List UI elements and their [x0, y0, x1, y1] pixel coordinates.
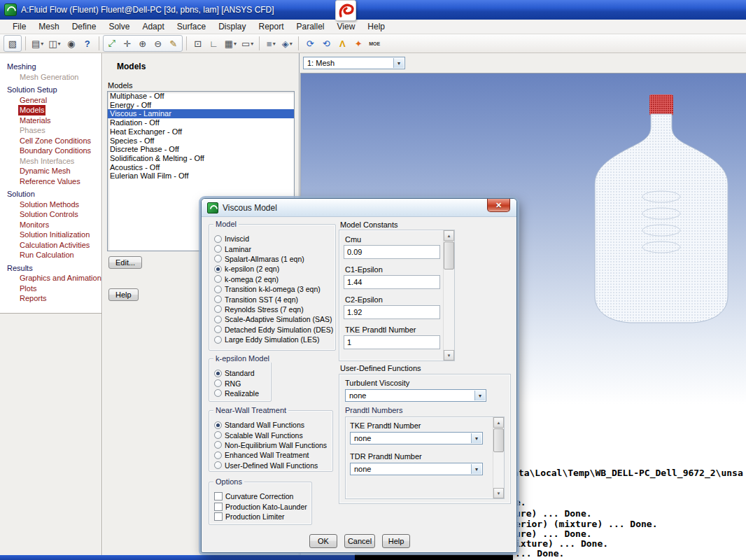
radio-user-defined-wall-functions[interactable]: User-Defined Wall Functions: [209, 461, 332, 470]
sidebar-item-models[interactable]: Models: [18, 105, 45, 115]
list-item-multiphase[interactable]: Multiphase - Off: [108, 92, 294, 101]
surface-display-button[interactable]: ■: [263, 36, 279, 51]
menu-display[interactable]: Display: [213, 20, 251, 33]
sidebar-item-solution-methods[interactable]: Solution Methods: [18, 200, 80, 210]
list-item-species[interactable]: Species - Off: [108, 136, 294, 146]
tke-prandtl-input[interactable]: [344, 335, 440, 349]
checkbox-curvature-correction[interactable]: Curvature Correction: [209, 491, 311, 501]
zoom-out-button[interactable]: ⊖: [150, 36, 166, 51]
dialog-help-button[interactable]: Help: [382, 534, 410, 548]
viewport-button[interactable]: ▭: [239, 36, 255, 51]
zoom-window-button[interactable]: ⊡: [190, 36, 206, 51]
list-item-acoustics[interactable]: Acoustics - Off: [108, 163, 294, 172]
tke-prandtl-number-dropdown[interactable]: none: [350, 432, 483, 444]
radio-realizable[interactable]: Realizable: [209, 388, 271, 398]
scroll-up-icon[interactable]: [493, 417, 504, 428]
list-item-solidification[interactable]: Solidification & Melting - Off: [108, 154, 294, 163]
c2-epsilon-input[interactable]: [344, 305, 440, 319]
prandtl-scrollbar[interactable]: [493, 417, 504, 498]
list-item-discrete-phase[interactable]: Discrete Phase - Off: [108, 145, 294, 154]
radio-detached-eddy[interactable]: Detached Eddy Simulation (DES): [209, 325, 335, 335]
sidebar-item-mesh-interfaces[interactable]: Mesh Interfaces: [18, 156, 76, 167]
radio-non-equilibrium-wall-functions[interactable]: Non-Equilibrium Wall Functions: [209, 440, 332, 450]
scroll-down-icon[interactable]: [444, 350, 454, 360]
units-button[interactable]: MOE: [367, 36, 382, 51]
sidebar-item-run-calculation[interactable]: Run Calculation: [18, 250, 76, 260]
sync-button[interactable]: ⟳: [302, 36, 318, 51]
sidebar-item-solution-controls[interactable]: Solution Controls: [18, 209, 80, 220]
radio-transition-sst[interactable]: Transition SST (4 eqn): [209, 294, 335, 304]
menu-file[interactable]: File: [7, 20, 31, 33]
menu-surface[interactable]: Surface: [171, 20, 211, 33]
zoom-in-button[interactable]: ⊕: [135, 36, 150, 51]
radio-scale-adaptive[interactable]: Scale-Adaptive Simulation (SAS): [209, 314, 335, 324]
sidebar-item-materials[interactable]: Materials: [18, 115, 52, 126]
sidebar-item-monitors[interactable]: Monitors: [18, 220, 50, 230]
sidebar-item-cell-zone-conditions[interactable]: Cell Zone Conditions: [18, 136, 92, 146]
scroll-thumb[interactable]: [444, 241, 454, 270]
scroll-up-icon[interactable]: [444, 230, 454, 241]
ansys-button[interactable]: Λ: [335, 36, 350, 51]
radio-enhanced-wall-treatment[interactable]: Enhanced Wall Treatment: [209, 450, 332, 460]
cancel-button[interactable]: Cancel: [344, 534, 375, 548]
radio-k-omega[interactable]: k-omega (2 eqn): [209, 274, 335, 284]
ok-button[interactable]: OK: [309, 534, 337, 548]
sidebar-item-phases[interactable]: Phases: [18, 125, 47, 136]
menu-view[interactable]: View: [332, 20, 361, 33]
sidebar-item-general[interactable]: General: [18, 95, 48, 106]
list-item-viscous[interactable]: Viscous - Laminar: [108, 109, 294, 118]
tdr-prandtl-number-dropdown[interactable]: none: [350, 463, 483, 475]
probe-button[interactable]: ✎: [166, 36, 181, 51]
list-item-eulerian-wall-film[interactable]: Eulerian Wall Film - Off: [108, 172, 294, 181]
dialog-titlebar[interactable]: Viscous Model ✕: [202, 199, 516, 217]
sidebar-item-calculation-activities[interactable]: Calculation Activities: [18, 240, 91, 251]
radio-transition-k-kl-omega[interactable]: Transition k-kl-omega (3 eqn): [209, 284, 335, 294]
snapshot-button[interactable]: ◉: [64, 36, 79, 51]
radio-k-epsilon[interactable]: k-epsilon (2 eqn): [209, 264, 335, 274]
edit-button[interactable]: Edit...: [108, 256, 142, 269]
selection-frame-button[interactable]: ▧: [5, 36, 20, 51]
scroll-down-icon[interactable]: [493, 488, 504, 498]
sidebar-item-plots[interactable]: Plots: [18, 284, 38, 294]
menu-help[interactable]: Help: [362, 20, 390, 33]
scroll-thumb[interactable]: [493, 428, 504, 452]
radio-large-eddy[interactable]: Large Eddy Simulation (LES): [209, 335, 335, 344]
spark-button[interactable]: ✦: [351, 36, 366, 51]
list-item-heat-exchanger[interactable]: Heat Exchanger - Off: [108, 127, 294, 136]
sidebar-item-graphics-and-animations[interactable]: Graphics and Animations: [18, 273, 102, 284]
radio-standard-wall-functions[interactable]: Standard Wall Functions: [209, 420, 332, 430]
pan-button[interactable]: ✛: [120, 36, 135, 51]
list-item-radiation[interactable]: Radiation - Off: [108, 118, 294, 127]
sync-alt-button[interactable]: ⟲: [318, 36, 334, 51]
views-button[interactable]: ▦: [223, 36, 239, 51]
sidebar-item-dynamic-mesh[interactable]: Dynamic Mesh: [18, 166, 72, 176]
menu-define[interactable]: Define: [66, 20, 102, 33]
menu-parallel[interactable]: Parallel: [291, 20, 330, 33]
radio-standard[interactable]: Standard: [209, 368, 271, 378]
sidebar-item-reference-values[interactable]: Reference Values: [18, 176, 82, 187]
checkbox-production-limiter[interactable]: Production Limiter: [209, 512, 311, 522]
checkbox-production-kato-launder[interactable]: Production Kato-Launder: [209, 501, 311, 511]
mesh-display-button[interactable]: ◈: [279, 36, 295, 51]
save-button[interactable]: ◫: [46, 36, 62, 51]
menu-report[interactable]: Report: [253, 20, 289, 33]
radio-spalart-allmaras[interactable]: Spalart-Allmaras (1 eqn): [209, 254, 335, 264]
radio-reynolds-stress[interactable]: Reynolds Stress (7 eqn): [209, 304, 335, 314]
models-help-button[interactable]: Help: [108, 288, 139, 301]
open-button[interactable]: ▤: [29, 36, 45, 51]
radio-rng[interactable]: RNG: [209, 378, 271, 388]
view-selector[interactable]: 1: Mesh: [303, 57, 405, 69]
sidebar-item-mesh-generation[interactable]: Mesh Generation: [18, 72, 80, 83]
menu-adapt[interactable]: Adapt: [136, 20, 169, 33]
help-button[interactable]: ?: [80, 36, 95, 51]
sidebar-item-boundary-conditions[interactable]: Boundary Conditions: [18, 146, 92, 156]
radio-laminar[interactable]: Laminar: [209, 244, 335, 253]
menu-mesh[interactable]: Mesh: [33, 20, 64, 33]
adobe-reader-icon[interactable]: [335, 0, 356, 21]
list-item-energy[interactable]: Energy - Off: [108, 101, 294, 110]
radio-inviscid[interactable]: Inviscid: [209, 234, 335, 244]
measure-button[interactable]: ∟: [206, 36, 222, 51]
sidebar-item-solution-initialization[interactable]: Solution Initialization: [18, 230, 91, 240]
constants-scrollbar[interactable]: [443, 230, 454, 360]
turbulent-viscosity-dropdown[interactable]: none: [345, 389, 486, 402]
